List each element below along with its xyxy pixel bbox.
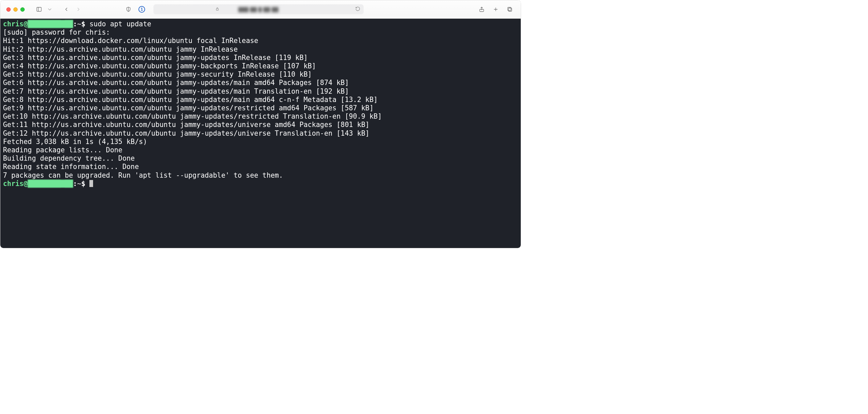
onepassword-extension-button[interactable]: 1 <box>137 4 147 14</box>
address-bar[interactable]: ███ ██ █ ██ ██ <box>153 4 364 14</box>
svg-rect-7 <box>508 7 511 11</box>
svg-rect-2 <box>216 9 218 10</box>
share-button[interactable] <box>477 4 487 14</box>
terminal-line: Get:12 http://us.archive.ubuntu.com/ubun… <box>3 129 518 138</box>
fullscreen-window-button[interactable] <box>20 7 25 12</box>
terminal-line: 7 packages can be upgraded. Run 'apt lis… <box>3 171 518 180</box>
close-window-button[interactable] <box>6 7 11 12</box>
terminal-line: Fetched 3,038 kB in 1s (4,135 kB/s) <box>3 138 518 146</box>
terminal-line: Hit:1 https://download.docker.com/linux/… <box>3 37 518 45</box>
prompt-user: chris@ <box>3 20 28 28</box>
tab-groups-dropdown[interactable] <box>45 4 55 14</box>
prompt-sigil: $ <box>82 180 85 188</box>
prompt-path: ~ <box>77 180 81 188</box>
prompt-host: ████████ ██ <box>28 180 73 188</box>
prompt-sigil: $ <box>82 20 85 28</box>
privacy-shield-icon[interactable] <box>123 4 133 14</box>
window-controls <box>6 7 25 12</box>
browser-toolbar: 1 ███ ██ █ ██ ██ <box>0 0 521 19</box>
terminal-line: Get:11 http://us.archive.ubuntu.com/ubun… <box>3 121 518 129</box>
back-button[interactable] <box>61 4 71 14</box>
terminal-line: Get:10 http://us.archive.ubuntu.com/ubun… <box>3 112 518 121</box>
terminal-line: Get:7 http://us.archive.ubuntu.com/ubunt… <box>3 87 518 96</box>
svg-rect-0 <box>37 7 41 11</box>
prompt-separator: : <box>73 20 77 28</box>
terminal-line: Reading state information... Done <box>3 163 518 171</box>
terminal-line: [sudo] password for chris: <box>3 28 518 37</box>
onepassword-icon: 1 <box>138 6 145 13</box>
terminal-line: Reading package lists... Done <box>3 146 518 154</box>
terminal-line: Get:8 http://us.archive.ubuntu.com/ubunt… <box>3 96 518 104</box>
tab-overview-button[interactable] <box>505 4 515 14</box>
command-text: sudo apt update <box>89 20 151 28</box>
prompt-line: chris@████████ ██:~$ <box>3 180 518 188</box>
svg-rect-6 <box>508 8 512 11</box>
terminal-line: Hit:2 http://us.archive.ubuntu.com/ubunt… <box>3 45 518 54</box>
lock-icon <box>215 7 219 12</box>
prompt-user: chris@ <box>3 180 28 188</box>
prompt-host: ████████ ██ <box>28 20 73 28</box>
terminal-line: Get:3 http://us.archive.ubuntu.com/ubunt… <box>3 54 518 62</box>
terminal-line: Get:5 http://us.archive.ubuntu.com/ubunt… <box>3 70 518 79</box>
prompt-line: chris@████████ ██:~$ sudo apt update <box>3 20 518 28</box>
prompt-separator: : <box>73 180 77 188</box>
sidebar-toggle-button[interactable] <box>34 4 44 14</box>
browser-window: 1 ███ ██ █ ██ ██ chris@████████ ██:~ <box>0 0 521 248</box>
terminal-output[interactable]: chris@████████ ██:~$ sudo apt update[sud… <box>0 19 521 248</box>
terminal-line: Get:6 http://us.archive.ubuntu.com/ubunt… <box>3 79 518 87</box>
new-tab-button[interactable] <box>491 4 501 14</box>
prompt-path: ~ <box>77 20 81 28</box>
reload-button[interactable] <box>355 6 360 12</box>
url-text: ███ ██ █ ██ ██ <box>239 7 279 12</box>
minimize-window-button[interactable] <box>13 7 18 12</box>
terminal-line: Get:4 http://us.archive.ubuntu.com/ubunt… <box>3 62 518 70</box>
terminal-line: Building dependency tree... Done <box>3 154 518 163</box>
terminal-cursor <box>89 180 93 187</box>
forward-button[interactable] <box>73 4 84 14</box>
terminal-line: Get:9 http://us.archive.ubuntu.com/ubunt… <box>3 104 518 112</box>
